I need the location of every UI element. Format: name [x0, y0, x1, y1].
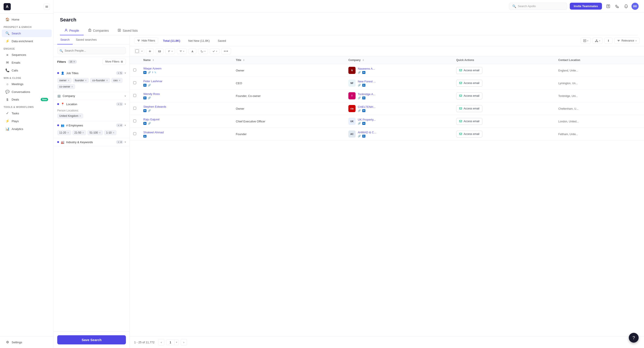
employees-count[interactable]: ✕ 4	[116, 124, 123, 127]
more-filters-button[interactable]: More Filters ⊞	[102, 59, 126, 65]
sidebar-item-plays[interactable]: ⚡ Plays	[2, 117, 52, 125]
link-icon[interactable]: 🔗	[148, 71, 151, 74]
filter-section-header-location[interactable]: 📍 Location ✕ 1 ▾	[54, 100, 130, 108]
select-all-checkbox[interactable]	[135, 49, 139, 53]
facebook-icon[interactable]: f	[152, 71, 153, 74]
result-tab-saved[interactable]: Saved	[215, 38, 229, 44]
company-linkedin-icon[interactable]: in	[362, 109, 366, 112]
collapse-sidebar-button[interactable]	[44, 3, 50, 10]
person-name[interactable]: Wendy Ross	[143, 92, 228, 96]
company-linkedin-icon[interactable]: in	[362, 135, 366, 138]
export-contacts-button[interactable]: ▾	[581, 37, 591, 44]
company-link-icon[interactable]: 🔗	[358, 135, 361, 138]
link-icon[interactable]: 🔗	[148, 97, 151, 99]
linkedin-icon[interactable]: in	[143, 135, 146, 138]
page-chevron[interactable]: ▾	[174, 340, 179, 345]
sidebar-item-analytics[interactable]: 📊 Analytics	[2, 125, 52, 133]
sidebar-item-tasks[interactable]: ✓ Tasks	[2, 109, 52, 117]
person-name[interactable]: Stephen Edwards	[143, 105, 228, 108]
filter-section-header-job-titles[interactable]: 👤 Job Titles ✕ 5 ▾	[54, 69, 130, 77]
linkedin-icon[interactable]: in	[143, 84, 146, 87]
linkedin-icon[interactable]: in	[143, 122, 146, 125]
more-action-button[interactable]: •••	[222, 48, 231, 54]
company-name[interactable]: AHMAD & C...	[358, 131, 376, 134]
twitter-icon[interactable]: 𝕏	[154, 71, 156, 74]
link-icon[interactable]: 🔗	[148, 109, 151, 112]
save-action-button[interactable]: ▾	[210, 48, 220, 54]
filter-section-header-company[interactable]: 🏢 Company ▾	[54, 92, 130, 100]
sidebar-item-conversations[interactable]: 💬 Conversations	[2, 88, 52, 96]
linkedin-icon[interactable]: in	[143, 97, 146, 99]
tag-11-20-remove[interactable]: ✕	[67, 131, 69, 134]
person-name[interactable]: Raju Gajurel	[143, 118, 228, 121]
tag-51-100[interactable]: 51-100 ✕	[88, 130, 103, 135]
company-linkedin-icon[interactable]: in	[362, 84, 366, 87]
company-linkedin-icon[interactable]: in	[362, 71, 366, 74]
pagination-prev[interactable]: ‹	[158, 339, 164, 345]
relevance-sort-button[interactable]: Relevance ▾	[614, 37, 640, 44]
filter-search-input[interactable]	[57, 47, 126, 54]
bell-icon[interactable]	[622, 3, 630, 10]
col-company[interactable]: Company ⇕	[345, 56, 452, 64]
sidebar-item-calls[interactable]: 📞 Calls	[2, 67, 52, 74]
tag-uk[interactable]: United Kingdom ✕	[57, 114, 83, 118]
linkedin-icon[interactable]: in	[143, 71, 146, 74]
checkbox-dropdown[interactable]: ▾	[140, 49, 144, 54]
result-tab-total[interactable]: Total (11.8K)	[160, 38, 183, 44]
row-checkbox[interactable]	[133, 132, 136, 135]
tag-uk-remove[interactable]: ✕	[79, 115, 81, 118]
invite-teammates-button[interactable]: Invite Teammates	[570, 3, 602, 9]
sidebar-item-search[interactable]: 🔍 Search	[2, 29, 52, 37]
tag-ceo[interactable]: ceo ✕	[111, 78, 122, 83]
page-input[interactable]	[166, 340, 174, 345]
phone-icon[interactable]	[614, 3, 621, 10]
export-action-button[interactable]	[188, 48, 196, 54]
add-contact-button[interactable]	[146, 48, 154, 54]
sidebar-item-emails[interactable]: ✉ Emails	[2, 59, 52, 66]
company-link-icon[interactable]: 🔗	[358, 97, 361, 99]
filter-section-header-employees[interactable]: 👥 # Employees ✕ 4 ▾	[54, 121, 130, 129]
row-checkbox[interactable]	[133, 81, 136, 84]
company-link-icon[interactable]: 🔗	[358, 71, 361, 74]
tag-owner-remove[interactable]: ✕	[68, 79, 70, 82]
row-checkbox[interactable]	[133, 107, 136, 110]
row-checkbox[interactable]	[133, 69, 136, 71]
access-email-button[interactable]: Access email	[456, 67, 482, 74]
tag-founder[interactable]: founder ✕	[73, 78, 89, 83]
tag-co-founder[interactable]: co-founder ✕	[90, 78, 110, 83]
view-columns-button[interactable]	[604, 37, 612, 44]
user-avatar[interactable]: BB	[632, 3, 639, 10]
company-linkedin-icon[interactable]: in	[362, 97, 366, 99]
upload-icon[interactable]	[605, 3, 612, 10]
sidebar-item-meetings[interactable]: ○ Meetings	[2, 80, 52, 88]
result-tab-net-new[interactable]: Net New (11.8K)	[185, 38, 213, 44]
tag-21-50[interactable]: 21-50 ✕	[72, 130, 86, 135]
company-link-icon[interactable]: 🔗	[358, 109, 361, 112]
company-link-icon[interactable]: 🔗	[358, 122, 361, 125]
tag-founder-remove[interactable]: ✕	[85, 79, 87, 82]
tag-1-10[interactable]: 1-10 ✕	[104, 130, 116, 135]
linkedin-icon[interactable]: in	[143, 109, 146, 112]
tag-51-100-remove[interactable]: ✕	[99, 131, 101, 134]
person-name[interactable]: Waqar Azeem	[143, 67, 228, 70]
link-icon[interactable]: 🔗	[148, 84, 151, 87]
filter-tab-saved[interactable]: Saved searches	[73, 35, 100, 44]
tag-21-50-remove[interactable]: ✕	[82, 131, 84, 134]
col-title[interactable]: Title ⇕	[232, 56, 345, 64]
sidebar-item-sequences[interactable]: ≡ Sequences	[2, 51, 52, 58]
tag-co-founder-remove[interactable]: ✕	[106, 79, 108, 82]
tag-co-owner[interactable]: co-owner ✕	[57, 84, 75, 89]
tag-11-20[interactable]: 11-20 ✕	[57, 130, 71, 135]
tag-ceo-remove[interactable]: ✕	[118, 79, 120, 82]
row-checkbox[interactable]	[133, 94, 136, 97]
access-email-button[interactable]: Access email	[456, 80, 482, 87]
company-link-icon[interactable]: 🔗	[358, 84, 361, 87]
search-apollo-input[interactable]: 🔍 Search Apollo	[509, 3, 567, 10]
access-email-button[interactable]: Access email	[456, 118, 482, 125]
tab-companies[interactable]: Companies	[84, 26, 113, 35]
save-search-button[interactable]: Save Search	[57, 335, 126, 345]
col-name[interactable]: Name ⇕	[140, 56, 232, 64]
tab-saved-lists[interactable]: Saved lists	[113, 26, 142, 35]
tag-co-owner-remove[interactable]: ✕	[71, 85, 73, 88]
job-titles-count[interactable]: ✕ 5	[116, 71, 123, 75]
